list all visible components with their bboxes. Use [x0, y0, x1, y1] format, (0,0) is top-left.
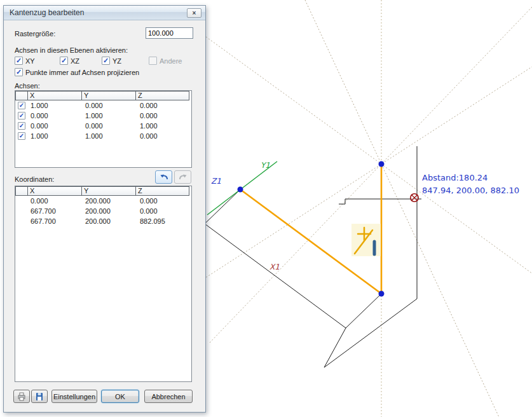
coords-col-z[interactable]: Z: [135, 186, 189, 196]
dimension-leader-line: [339, 199, 421, 204]
axis-label-x1: X1: [269, 263, 280, 271]
edit-polyline-dialog: Kantenzug bearbeiten × Rastergröße: Achs…: [3, 5, 206, 413]
wireframe-line: [205, 224, 346, 328]
cell: 667.700: [28, 206, 83, 216]
save-icon: [34, 392, 44, 401]
cell: 200.000: [83, 206, 137, 216]
checkbox-project-points-label: Punkte immer auf Achsen projizieren: [25, 69, 139, 76]
check-icon: ✓: [19, 102, 24, 109]
cell: 1.000: [137, 121, 191, 131]
cell: 0.000: [28, 121, 83, 131]
cell: 0.000: [137, 196, 191, 206]
cell: 1.000: [28, 131, 83, 141]
table-row[interactable]: 0.000 200.000 0.000: [15, 196, 191, 206]
check-icon: ✓: [16, 57, 22, 64]
settings-button[interactable]: Einstellungen: [51, 390, 97, 403]
check-icon: ✓: [19, 133, 24, 139]
printer-icon: [17, 392, 27, 401]
raster-size-input[interactable]: [146, 27, 193, 39]
axes-table[interactable]: X Y Z ✓ 1.000 0.000 0.000 ✓ 0.000 1.000 …: [15, 90, 192, 168]
check-icon: ✓: [103, 57, 109, 64]
wireframe-line: [205, 189, 240, 224]
coordinates-table[interactable]: X Y Z 0.000 200.000 0.000 667.700 200.00…: [15, 186, 192, 382]
undo-icon: [159, 174, 169, 181]
cell: 0.000: [28, 111, 83, 121]
cell: 200.000: [83, 196, 137, 206]
distance-tooltip-line2: 847.94, 200.00, 882.10: [422, 186, 519, 195]
coords-section-label: Koordinaten:: [15, 175, 54, 183]
checkbox-yz-label: YZ: [113, 57, 121, 65]
checkbox-andere[interactable]: [149, 57, 157, 65]
row-checkbox[interactable]: ✓: [18, 112, 25, 120]
cell: 0.000: [137, 131, 191, 141]
axes-table-header: X Y Z: [15, 91, 191, 100]
redo-button[interactable]: [174, 170, 191, 184]
checkbox-xy-label: XY: [25, 57, 35, 65]
dialog-titlebar[interactable]: Kantenzug bearbeiten ×: [4, 6, 205, 20]
table-row[interactable]: 667.700 200.000 0.000: [15, 206, 191, 216]
checkbox-xz-label: XZ: [71, 57, 79, 65]
check-icon: ✓: [16, 69, 22, 76]
close-icon: ×: [193, 10, 196, 17]
coords-col-x[interactable]: X: [27, 186, 82, 196]
checkbox-xy[interactable]: ✓: [15, 57, 23, 65]
cell: 0.000: [28, 196, 83, 206]
axis-label-z1: Z1: [211, 177, 221, 186]
table-row[interactable]: ✓ 1.000 1.000 0.000: [15, 131, 191, 141]
axis-label-y1: Y1: [261, 161, 270, 170]
check-icon: ✓: [19, 123, 24, 129]
axes-col-z[interactable]: Z: [135, 91, 189, 100]
table-row[interactable]: 667.700 200.000 882.095: [15, 216, 191, 226]
polyline-vertex[interactable]: [238, 187, 243, 193]
cell: 0.000: [83, 121, 137, 131]
wireframe-line: [324, 328, 346, 367]
table-row[interactable]: ✓ 0.000 0.000 1.000: [15, 121, 191, 131]
undo-button[interactable]: [155, 170, 172, 184]
cell: 200.000: [83, 216, 137, 226]
axes-col-y[interactable]: Y: [81, 91, 136, 100]
wireframe-line: [346, 294, 381, 328]
polyline-vertex[interactable]: [379, 161, 385, 167]
cell: 0.000: [137, 100, 191, 111]
cell: 0.000: [83, 100, 137, 111]
cell: 667.700: [28, 216, 83, 226]
axes-section-label: Achsen:: [15, 82, 40, 90]
cell: 882.095: [137, 216, 191, 226]
construction-axis-line: [305, 0, 499, 417]
axes-col-x[interactable]: X: [27, 91, 82, 100]
row-checkbox[interactable]: ✓: [18, 132, 25, 140]
table-row[interactable]: ✓ 1.000 0.000 0.000: [15, 100, 191, 111]
check-icon: ✓: [61, 57, 67, 64]
cell: 0.000: [137, 111, 191, 121]
coords-table-header: X Y Z: [15, 186, 191, 196]
save-button[interactable]: [31, 390, 48, 403]
row-checkbox[interactable]: ✓: [18, 102, 25, 109]
print-button[interactable]: [13, 390, 30, 403]
checkbox-yz[interactable]: ✓: [102, 57, 110, 65]
tool-cursor-icon: [351, 224, 381, 256]
redo-icon: [178, 174, 188, 181]
cancel-button[interactable]: Abbrechen: [144, 390, 193, 403]
planes-section-label: Achsen in diesen Ebenen aktivieren:: [15, 46, 128, 54]
cell: 1.000: [28, 100, 83, 111]
coords-col-blank[interactable]: [15, 186, 28, 196]
axes-col-check[interactable]: [15, 91, 28, 100]
cell: 0.000: [137, 206, 191, 216]
wireframe-line: [324, 299, 417, 367]
close-button[interactable]: ×: [187, 8, 201, 18]
row-checkbox[interactable]: ✓: [18, 122, 25, 130]
cell: 1.000: [83, 131, 137, 141]
polyline-vertex[interactable]: [379, 291, 385, 297]
checkbox-project-points[interactable]: ✓: [15, 68, 23, 76]
dialog-title: Kantenzug bearbeiten: [10, 6, 84, 20]
raster-size-label: Rastergröße:: [15, 30, 55, 38]
table-row[interactable]: ✓ 0.000 1.000 0.000: [15, 111, 191, 121]
snap-cursor-icon: [411, 194, 418, 202]
coords-col-y[interactable]: Y: [81, 186, 136, 196]
ok-button[interactable]: OK: [101, 390, 139, 403]
checkbox-andere-label: Andere: [160, 57, 182, 65]
application-window: Y1 Z1 X1 Abstand:180.24 847.94, 200.00, …: [0, 0, 532, 417]
checkbox-xz[interactable]: ✓: [60, 57, 68, 65]
check-icon: ✓: [19, 113, 24, 119]
cell: 1.000: [83, 111, 137, 121]
